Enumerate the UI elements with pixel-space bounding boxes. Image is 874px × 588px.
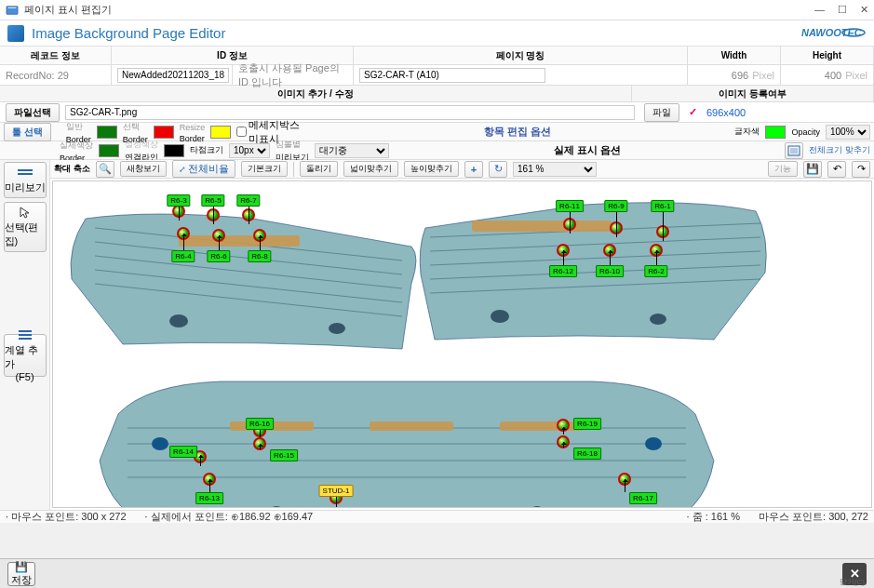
brand-logo: NAWOOTEC bbox=[801, 24, 867, 43]
widthfit-button[interactable]: 넓이맞추기 bbox=[343, 161, 398, 177]
svg-point-10 bbox=[169, 314, 188, 327]
app-icon bbox=[6, 4, 19, 17]
add-series-button[interactable]: 계열 추가 (F5) bbox=[4, 334, 47, 377]
tag-R6-9[interactable]: R6-9 bbox=[604, 200, 627, 212]
col-pagename: 페이지 명칭 bbox=[354, 47, 688, 64]
font-color-swatch[interactable] bbox=[765, 126, 786, 139]
zoom-select[interactable]: 161 % bbox=[513, 162, 597, 177]
msgbox-checkbox[interactable] bbox=[236, 127, 247, 137]
tag-size-select[interactable]: 10px bbox=[229, 143, 270, 158]
svg-rect-22 bbox=[500, 421, 584, 431]
tag-R6-8[interactable]: R6-8 bbox=[248, 250, 271, 262]
connect-color-swatch[interactable] bbox=[164, 144, 184, 157]
tag-R6-17[interactable]: R6-17 bbox=[629, 492, 657, 504]
svg-rect-6 bbox=[18, 173, 33, 175]
rotate-button[interactable]: 돌리기 bbox=[300, 161, 338, 177]
cursor-icon bbox=[16, 206, 34, 219]
svg-rect-5 bbox=[18, 169, 33, 171]
pagename-input[interactable] bbox=[359, 68, 545, 83]
realcolor-swatch[interactable] bbox=[99, 144, 119, 157]
height-value: 400 bbox=[825, 70, 841, 81]
preview-tool-button[interactable]: 미리보기 bbox=[4, 162, 47, 198]
svg-point-13 bbox=[491, 310, 509, 323]
refresh-button[interactable]: 새창보기 bbox=[120, 161, 167, 177]
svg-point-17 bbox=[645, 437, 662, 450]
id-placeholder: 호출시 사용될 Page의 ID 입니다 bbox=[233, 65, 354, 85]
tag-R6-16[interactable]: R6-16 bbox=[246, 418, 274, 430]
tag-R6-10[interactable]: R6-10 bbox=[596, 265, 624, 277]
tag-R6-1[interactable]: R6-1 bbox=[651, 200, 674, 212]
save-icon: 💾 bbox=[15, 561, 28, 573]
tag-R6-2[interactable]: R6-2 bbox=[644, 265, 667, 277]
resize-border-swatch[interactable] bbox=[210, 126, 231, 139]
ratio-button[interactable]: ⤢ 전체비율 bbox=[172, 160, 236, 178]
file-select-button[interactable]: 파일선택 bbox=[6, 103, 60, 122]
svg-text:NAWOOTEC: NAWOOTEC bbox=[801, 27, 863, 38]
preview-select[interactable]: 대기중 bbox=[315, 143, 389, 158]
checkmark-icon: ✓ bbox=[689, 106, 697, 118]
tag-R6-14[interactable]: R6-14 bbox=[169, 446, 197, 458]
list-icon bbox=[16, 328, 34, 341]
cursor-tool-button[interactable]: 선택(편집) bbox=[4, 202, 47, 252]
tag-R6-7[interactable]: R6-7 bbox=[236, 194, 260, 207]
heightfit-button[interactable]: 높이맞추기 bbox=[404, 161, 459, 177]
width-value: 696 bbox=[732, 70, 748, 81]
tool-select-button[interactable]: 툴 선택 bbox=[4, 123, 51, 141]
restore-button[interactable]: ↻ bbox=[489, 161, 507, 178]
file-name-input[interactable] bbox=[65, 105, 635, 120]
sec-add-edit: 이미지 추가 / 수정 bbox=[0, 86, 632, 101]
opacity-select[interactable]: 100% bbox=[826, 125, 870, 140]
file-button[interactable]: 파일 bbox=[644, 103, 679, 122]
close-button[interactable]: ✕ bbox=[860, 4, 868, 16]
status-real: · 실제에서 포인트: ⊕186.92 ⊕169.47 bbox=[145, 510, 314, 524]
tag-R6-6[interactable]: R6-6 bbox=[207, 250, 230, 262]
redo-icon-button[interactable]: ↷ bbox=[852, 161, 870, 178]
tag-R6-5[interactable]: R6-5 bbox=[201, 194, 224, 207]
part-top-left bbox=[67, 209, 421, 358]
actual-opt-label: 실제 표시 옵션 bbox=[395, 143, 779, 157]
svg-rect-4 bbox=[790, 148, 798, 154]
tag-R6-4[interactable]: R6-4 bbox=[171, 250, 195, 262]
svg-rect-12 bbox=[179, 235, 300, 247]
col-height: Height bbox=[781, 47, 874, 64]
svg-point-11 bbox=[329, 323, 345, 334]
save-icon-button[interactable]: 💾 bbox=[803, 161, 822, 178]
status-mouse: · 마우스 포인트: 300 x 272 bbox=[6, 510, 127, 524]
fit-icon-button[interactable] bbox=[785, 142, 803, 159]
default-size-button[interactable]: 기본크기 bbox=[241, 161, 288, 177]
svg-rect-21 bbox=[370, 421, 453, 431]
window-title: 페이지 표시 편집기 bbox=[24, 3, 814, 17]
status-zoom: · 줌 : 161 % bbox=[687, 510, 740, 524]
file-size: 696x400 bbox=[706, 107, 874, 118]
func-button[interactable]: 기능 bbox=[768, 161, 798, 177]
canvas-viewport[interactable]: R6-3R6-5R6-7R6-4R6-6R6-8R6-11R6-9R6-1R6-… bbox=[52, 180, 872, 508]
undo-icon-button[interactable]: ↶ bbox=[827, 161, 846, 178]
tag-R6-11[interactable]: R6-11 bbox=[556, 200, 584, 212]
svg-point-16 bbox=[152, 437, 168, 450]
tag-R6-13[interactable]: R6-13 bbox=[195, 492, 223, 504]
svg-rect-8 bbox=[19, 334, 32, 336]
footer-save-button[interactable]: 💾 저장 bbox=[7, 562, 35, 586]
part-top-right bbox=[416, 200, 770, 354]
item-edit-label: 항목 편집 옵션 bbox=[305, 125, 729, 139]
status-mouse2: 마우스 포인트: 300, 272 bbox=[759, 510, 868, 524]
sec-reg: 이미지 등록여부 bbox=[632, 86, 874, 101]
tag-R6-3[interactable]: R6-3 bbox=[167, 194, 190, 207]
id-input[interactable] bbox=[117, 68, 229, 83]
tag-R6-18[interactable]: R6-18 bbox=[573, 448, 601, 460]
maximize-button[interactable]: ☐ bbox=[838, 4, 847, 16]
svg-rect-15 bbox=[472, 220, 612, 232]
select-border-swatch[interactable] bbox=[154, 126, 174, 139]
svg-rect-9 bbox=[19, 338, 32, 340]
col-width: Width bbox=[688, 47, 781, 64]
normal-border-swatch[interactable] bbox=[97, 126, 117, 139]
tag-R6-15[interactable]: R6-15 bbox=[270, 449, 298, 461]
part-bottom bbox=[90, 377, 723, 508]
page-title: Image Background Page Editor bbox=[32, 25, 801, 41]
zoom-out-icon-button[interactable]: 🔍 bbox=[96, 161, 114, 178]
tag-R6-19[interactable]: R6-19 bbox=[573, 418, 601, 430]
plus-button[interactable]: + bbox=[464, 161, 483, 178]
minimize-button[interactable]: — bbox=[814, 4, 825, 16]
tag-R6-12[interactable]: R6-12 bbox=[549, 265, 577, 277]
tag-STUD-1[interactable]: STUD-1 bbox=[319, 485, 354, 497]
